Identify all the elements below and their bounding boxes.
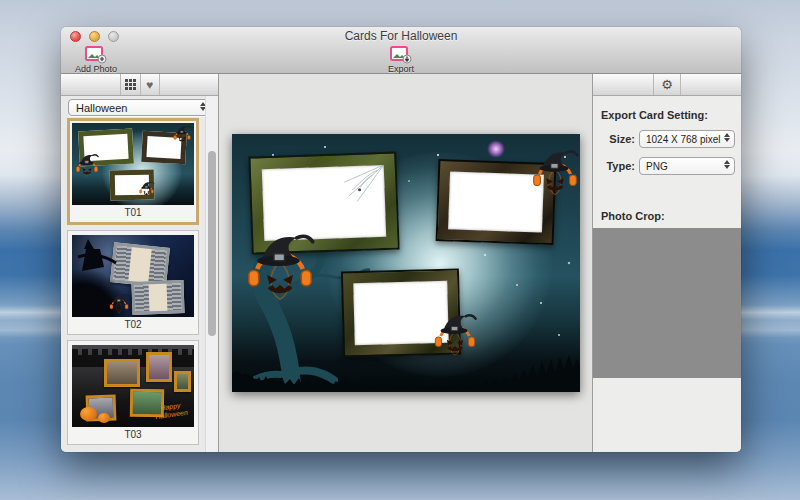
favorites-view-button[interactable]: ♥ — [140, 74, 160, 95]
pumpkin-icon — [108, 293, 130, 315]
grass-silhouette — [232, 352, 580, 392]
thumbnail-artwork-t01 — [72, 123, 194, 205]
minimize-button-icon[interactable] — [89, 31, 100, 42]
scrollbar-thumb[interactable] — [208, 151, 216, 336]
thumbnail-label: T01 — [72, 205, 194, 222]
view-segmented-control: ♥ — [120, 74, 160, 95]
template-thumbnail-t02[interactable]: T02 — [67, 230, 199, 335]
card-preview — [232, 134, 580, 392]
template-list: T01 T02 — [61, 118, 205, 452]
spiderweb-icon — [341, 165, 384, 202]
settings-header: ⚙ — [593, 74, 741, 96]
type-select[interactable]: PNG — [639, 157, 735, 175]
add-photo-label: Add Photo — [67, 64, 125, 74]
window-title: Cards For Halloween — [61, 27, 741, 45]
template-thumbnail-t01[interactable]: T01 — [67, 118, 199, 225]
app-window: Cards For Halloween Add Photo Export — [61, 27, 741, 452]
window-content: ♥ Halloween T01 — [61, 74, 741, 452]
main-area — [219, 74, 592, 452]
gear-icon: ⚙ — [661, 78, 673, 91]
pumpkin-icon — [74, 153, 100, 179]
export-label: Export — [372, 64, 430, 74]
title-bar[interactable]: Cards For Halloween — [61, 27, 741, 45]
pumpkin-character-topright — [529, 148, 580, 200]
pumpkin-character-left — [242, 231, 318, 307]
thumbnail-label: T03 — [72, 427, 194, 444]
stepper-icon — [724, 160, 730, 169]
type-label: Type: — [599, 160, 635, 172]
grid-icon — [125, 79, 136, 90]
close-button-icon[interactable] — [70, 31, 81, 42]
pumpkin-icon — [138, 181, 155, 198]
purple-star — [487, 140, 505, 158]
thumbnail-artwork-t03: Happy Halloween — [72, 345, 194, 427]
category-select[interactable]: Halloween — [68, 99, 211, 116]
export-button[interactable]: Export — [372, 45, 430, 74]
export-settings-panel: ⚙ Export Card Setting: Size: 1024 X 768 … — [592, 74, 741, 452]
photo-crop-label: Photo Crop: — [601, 210, 665, 222]
type-select-value: PNG — [646, 161, 668, 172]
sidebar-header: ♥ — [61, 74, 218, 96]
stars — [232, 134, 234, 136]
stepper-icon — [724, 133, 730, 142]
export-card-setting-title: Export Card Setting: — [601, 109, 733, 121]
export-icon — [390, 46, 412, 64]
sidebar-scrollbar[interactable] — [205, 96, 218, 452]
size-label: Size: — [599, 133, 635, 145]
pumpkin-icon — [172, 125, 192, 145]
settings-button[interactable]: ⚙ — [653, 74, 681, 95]
add-photo-icon — [85, 46, 107, 64]
heart-icon: ♥ — [146, 79, 153, 91]
thumbnail-artwork-t02 — [72, 235, 194, 317]
size-select[interactable]: 1024 X 768 pixel — [639, 130, 735, 148]
photo-crop-area[interactable] — [593, 228, 741, 378]
sidebar: ♥ Halloween T01 — [61, 74, 219, 452]
size-select-value: 1024 X 768 pixel — [646, 134, 721, 145]
photo-slot-1[interactable] — [261, 165, 385, 241]
add-photo-button[interactable]: Add Photo — [67, 45, 125, 74]
template-thumbnail-t03[interactable]: Happy Halloween T03 — [67, 340, 199, 445]
category-select-value: Halloween — [76, 102, 127, 114]
grid-view-button[interactable] — [120, 74, 140, 95]
toolbar: Add Photo Export — [61, 45, 741, 74]
thumbnail-label: T02 — [72, 317, 194, 334]
traffic-lights — [70, 31, 119, 42]
zoom-button-icon[interactable] — [108, 31, 119, 42]
